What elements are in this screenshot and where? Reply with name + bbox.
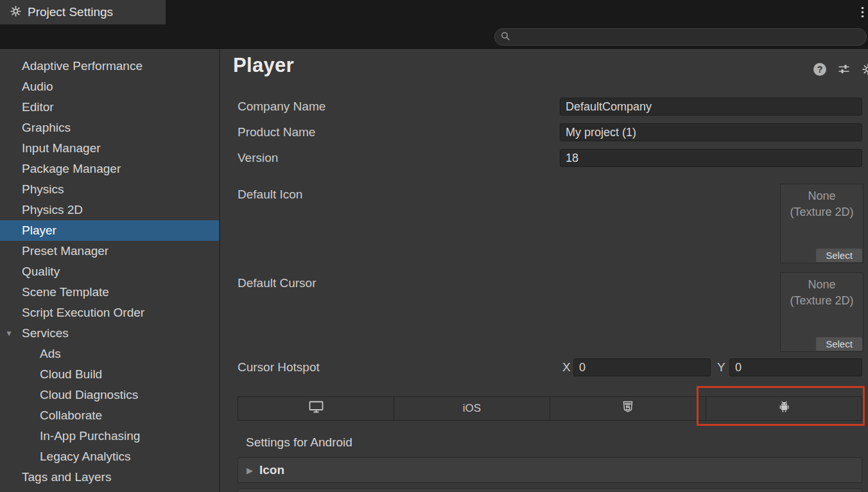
texture-type-label: (Texture 2D) [781, 204, 863, 220]
sidebar-item-script-execution-order[interactable]: Script Execution Order [0, 303, 219, 323]
sidebar-item-preset-manager[interactable]: Preset Manager [0, 241, 219, 261]
sidebar-item-label: Package Manager [22, 162, 121, 176]
window-title: Project Settings [28, 5, 113, 19]
search-input[interactable] [514, 31, 866, 44]
texture-type-label: (Texture 2D) [781, 293, 863, 309]
icon-foldout-label: Icon [259, 463, 284, 477]
sidebar-item-graphics[interactable]: Graphics [0, 118, 219, 138]
cursor-hotspot-label: Cursor Hotspot [238, 358, 320, 376]
sidebar-item-label: Scene Template [22, 285, 109, 299]
sidebar-item-quality[interactable]: Quality [0, 261, 219, 282]
sidebar-item-label: Cloud Build [40, 367, 102, 382]
sidebar-item-cloud-build[interactable]: Cloud Build [0, 364, 219, 385]
default-icon-label: Default Icon [238, 186, 302, 204]
platform-tab-android[interactable] [706, 397, 862, 420]
android-icon [777, 400, 791, 417]
sidebar-item-ads[interactable]: Ads [0, 344, 219, 364]
gear-icon[interactable] [862, 64, 868, 78]
sidebar-item-legacy-analytics[interactable]: Legacy Analytics [0, 446, 219, 467]
default-cursor-select-button[interactable]: Select [816, 337, 862, 351]
default-cursor-none-text: None (Texture 2D) [781, 277, 863, 309]
icon-foldout[interactable]: ▶ Icon [238, 457, 862, 483]
sidebar-item-label: Physics [22, 182, 64, 197]
version-label: Version [238, 149, 278, 167]
monitor-icon [308, 400, 324, 417]
foldout-expanded-icon[interactable]: ▼ [5, 329, 13, 338]
sidebar-item-adaptive-performance[interactable]: Adaptive Performance [0, 56, 219, 76]
default-icon-none-text: None (Texture 2D) [781, 188, 863, 220]
sidebar-item-label: Script Execution Order [22, 306, 144, 320]
sidebar-item-input-manager[interactable]: Input Manager [0, 138, 219, 159]
default-cursor-label: Default Cursor [238, 274, 317, 292]
sidebar-item-label: Cloud Diagnostics [40, 388, 138, 402]
version-input[interactable] [560, 149, 862, 167]
page-title: Player [233, 54, 294, 77]
platform-tab-ios[interactable]: iOS [394, 397, 550, 420]
platform-tab-bar: iOS [238, 396, 862, 421]
sidebar-item-label: Legacy Analytics [40, 450, 131, 464]
sidebar-item-scene-template[interactable]: Scene Template [0, 282, 219, 303]
sidebar-item-textmesh-pro[interactable]: TextMesh Pro [0, 488, 219, 492]
presets-icon[interactable] [838, 63, 850, 78]
sidebar-item-audio[interactable]: Audio [0, 76, 219, 97]
search-icon [501, 31, 510, 43]
sidebar-item-editor[interactable]: Editor [0, 97, 219, 118]
sidebar-item-label: Tags and Layers [22, 470, 111, 484]
sidebar-item-label: Physics 2D [22, 203, 83, 217]
sidebar-item-label: Editor [22, 100, 54, 114]
foldout-collapsed-icon: ▶ [247, 466, 253, 475]
sidebar-item-label: Player [22, 224, 56, 238]
sidebar-item-physics-2d[interactable]: Physics 2D [0, 200, 219, 220]
default-cursor-object-field[interactable]: None (Texture 2D) Select [780, 272, 864, 352]
player-settings-panel: Player ? Company Name Product Name Versi… [220, 49, 868, 492]
sidebar-item-label: Ads [40, 347, 61, 361]
sidebar-item-physics[interactable]: Physics [0, 179, 219, 200]
product-name-input[interactable] [560, 123, 862, 141]
none-label: None [781, 277, 863, 293]
hotspot-y-input[interactable] [729, 358, 862, 376]
none-label: None [781, 188, 863, 204]
sidebar-item-package-manager[interactable]: Package Manager [0, 159, 219, 179]
sidebar-item-label: Graphics [22, 121, 71, 135]
sidebar-item-tags-and-layers[interactable]: Tags and Layers [0, 467, 219, 488]
ios-tab-label: iOS [463, 402, 481, 415]
sidebar-item-label: Audio [22, 80, 53, 94]
product-name-label: Product Name [238, 123, 315, 141]
sidebar-item-player[interactable]: Player [0, 220, 219, 241]
sidebar-item-label: Input Manager [22, 141, 101, 155]
sidebar-item-label: Quality [22, 265, 60, 279]
next-foldout-partial [238, 488, 862, 492]
hotspot-x-input[interactable] [573, 358, 711, 376]
settings-for-android-header: Settings for Android [246, 435, 352, 450]
sidebar-item-in-app-purchasing[interactable]: In-App Purchasing [0, 426, 219, 446]
html5-icon [623, 401, 633, 416]
default-icon-object-field[interactable]: None (Texture 2D) Select [780, 184, 864, 263]
sidebar-item-collaborate[interactable]: Collaborate [0, 405, 219, 426]
sidebar-item-cloud-diagnostics[interactable]: Cloud Diagnostics [0, 385, 219, 405]
platform-tab-standalone[interactable] [238, 397, 394, 420]
help-icon[interactable]: ? [813, 63, 826, 76]
company-name-label: Company Name [238, 98, 326, 116]
search-field[interactable] [494, 28, 867, 46]
sidebar-item-label: Adaptive Performance [22, 59, 143, 73]
sidebar-item-label: Preset Manager [22, 244, 108, 258]
titlebar: Project Settings [0, 0, 868, 24]
gear-icon [10, 6, 21, 19]
sidebar-item-services[interactable]: ▼ Services [0, 323, 219, 344]
kebab-menu-icon[interactable] [861, 6, 864, 21]
toolbar [0, 24, 868, 49]
help-glyph: ? [817, 64, 823, 75]
hotspot-x-label: X [562, 358, 571, 376]
sidebar-item-label: Collaborate [40, 409, 102, 423]
default-icon-select-button[interactable]: Select [816, 249, 862, 262]
platform-tab-webgl[interactable] [550, 397, 706, 420]
window-tab-project-settings[interactable]: Project Settings [0, 0, 166, 24]
hotspot-y-label: Y [717, 358, 725, 376]
settings-sidebar: Adaptive Performance Audio Editor Graphi… [0, 49, 220, 492]
company-name-input[interactable] [560, 98, 862, 116]
sidebar-item-label: Services [22, 326, 69, 340]
sidebar-item-label: In-App Purchasing [40, 429, 140, 443]
